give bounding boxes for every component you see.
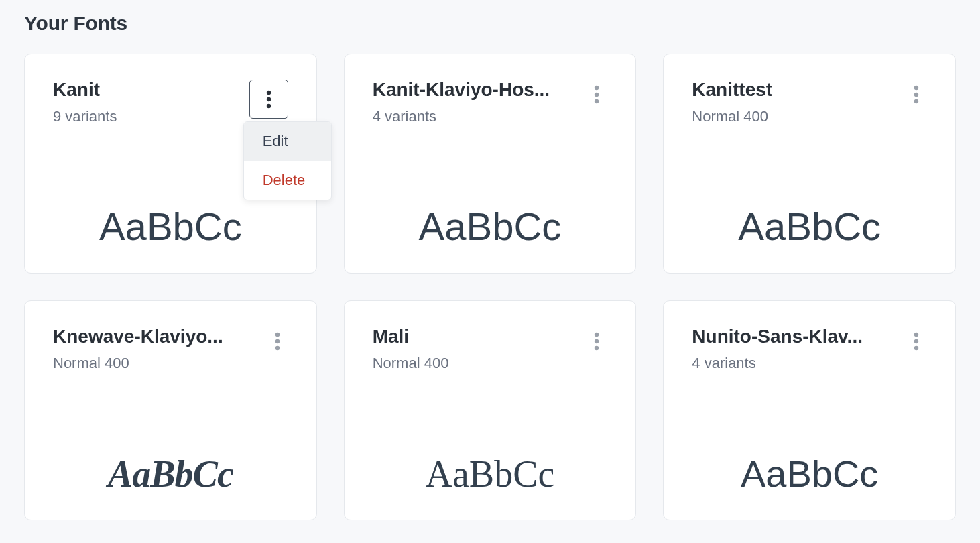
card-header: Kanit-Klaviyo-Hos...4 variants	[373, 78, 608, 125]
font-card: Kanit9 variantsEditDeleteAaBbCc	[24, 54, 317, 274]
card-header: Nunito-Sans-Klav...4 variants	[692, 325, 927, 372]
svg-point-7	[914, 93, 918, 97]
svg-point-0	[266, 90, 270, 95]
card-header: KanittestNormal 400	[692, 78, 927, 125]
svg-point-16	[914, 339, 918, 343]
svg-point-8	[914, 99, 918, 103]
svg-point-5	[595, 99, 599, 103]
font-name: Kanit-Klaviyo-Hos...	[373, 78, 550, 101]
svg-point-13	[595, 339, 599, 343]
font-variants: 9 variants	[53, 108, 117, 125]
kebab-icon	[594, 332, 599, 351]
font-variants: Normal 400	[692, 108, 772, 125]
font-card: Nunito-Sans-Klav...4 variantsAaBbCc	[663, 300, 956, 520]
svg-point-12	[595, 333, 599, 337]
more-options-button[interactable]	[586, 80, 607, 109]
font-name: Nunito-Sans-Klav...	[692, 325, 863, 348]
card-title-block: Kanit9 variants	[53, 78, 117, 125]
font-name: Mali	[373, 325, 449, 348]
edit-menu-item[interactable]: Edit	[244, 122, 331, 161]
svg-point-2	[266, 104, 270, 108]
font-card: KanittestNormal 400AaBbCc	[663, 54, 956, 274]
delete-menu-item[interactable]: Delete	[244, 161, 331, 200]
card-title-block: KanittestNormal 400	[692, 78, 772, 125]
card-title-block: Kanit-Klaviyo-Hos...4 variants	[373, 78, 550, 125]
svg-point-4	[595, 93, 599, 97]
font-card: Kanit-Klaviyo-Hos...4 variantsAaBbCc	[344, 54, 637, 274]
svg-point-10	[275, 339, 279, 343]
svg-point-6	[914, 86, 918, 90]
font-preview: AaBbCc	[373, 207, 608, 255]
font-preview: AaBbCc	[692, 455, 927, 502]
page-title: Your Fonts	[24, 12, 956, 35]
more-options-button[interactable]	[249, 80, 288, 119]
kebab-icon	[914, 85, 919, 104]
font-name: Kanittest	[692, 78, 772, 101]
card-header: Knewave-Klaviyo...Normal 400	[53, 325, 288, 372]
svg-point-11	[275, 346, 279, 350]
kebab-icon	[914, 332, 919, 351]
more-options-button[interactable]	[906, 80, 927, 109]
svg-point-9	[275, 333, 279, 337]
svg-point-15	[914, 333, 918, 337]
more-options-button[interactable]	[586, 326, 607, 356]
font-variants: Normal 400	[373, 355, 449, 372]
font-card: Knewave-Klaviyo...Normal 400AaBbCc	[24, 300, 317, 520]
font-preview: AaBbCc	[373, 455, 608, 502]
font-preview: AaBbCc	[53, 455, 288, 502]
font-card: MaliNormal 400AaBbCc	[344, 300, 637, 520]
card-title-block: Nunito-Sans-Klav...4 variants	[692, 325, 863, 372]
font-preview: AaBbCc	[53, 207, 288, 255]
font-name: Kanit	[53, 78, 117, 101]
svg-point-14	[595, 346, 599, 350]
font-variants: 4 variants	[373, 108, 550, 125]
card-title-block: MaliNormal 400	[373, 325, 449, 372]
card-header: Kanit9 variants	[53, 78, 288, 125]
svg-point-17	[914, 346, 918, 350]
card-header: MaliNormal 400	[373, 325, 608, 372]
kebab-icon	[266, 90, 271, 109]
card-title-block: Knewave-Klaviyo...Normal 400	[53, 325, 223, 372]
fonts-grid: Kanit9 variantsEditDeleteAaBbCcKanit-Kla…	[24, 54, 956, 520]
svg-point-3	[595, 86, 599, 90]
more-options-button[interactable]	[906, 326, 927, 356]
svg-point-1	[266, 97, 270, 101]
font-variants: 4 variants	[692, 355, 863, 372]
font-preview: AaBbCc	[692, 207, 927, 255]
font-variants: Normal 400	[53, 355, 223, 372]
more-options-button[interactable]	[267, 326, 288, 356]
kebab-icon	[275, 332, 280, 351]
kebab-icon	[594, 85, 599, 104]
context-menu: EditDelete	[243, 121, 332, 200]
font-name: Knewave-Klaviyo...	[53, 325, 223, 348]
